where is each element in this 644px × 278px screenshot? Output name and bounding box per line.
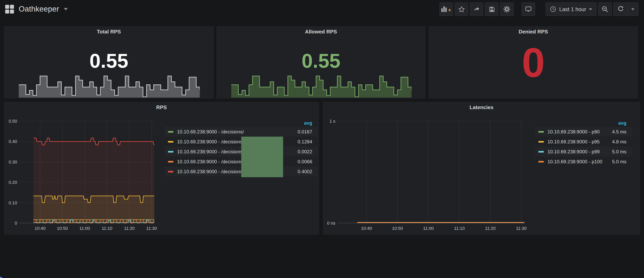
allowed-rps-value: 0.55 [217, 51, 425, 71]
series-label[interactable]: 10.10.69.238:9000 - p100 [548, 159, 612, 164]
svg-text:11:30: 11:30 [516, 226, 526, 231]
rps-legend-avg-header[interactable]: avg [165, 119, 318, 127]
denied-rps-value: 0 [429, 42, 638, 83]
series-color-dash [168, 131, 174, 132]
cycle-view-mode-button[interactable] [522, 2, 535, 16]
series-color-dash [538, 161, 544, 162]
series-label[interactable]: 10.10.69.238:9000 - p90 [548, 129, 612, 134]
svg-text:11:30: 11:30 [146, 226, 157, 231]
allowed-rps-sparkline [231, 73, 412, 98]
series-color-dash [538, 151, 544, 152]
refresh-icon [617, 5, 624, 13]
svg-text:0.40: 0.40 [8, 139, 17, 144]
top-navbar: Oathkeeper + [0, 0, 644, 18]
svg-text:0: 0 [15, 221, 17, 226]
svg-text:10:50: 10:50 [57, 226, 68, 231]
dashboard-title[interactable]: Oathkeeper [19, 5, 59, 13]
svg-text:11:20: 11:20 [124, 226, 134, 231]
series-color-dash [538, 131, 544, 132]
svg-text:11:10: 11:10 [454, 226, 464, 231]
green-overlay-artifact [241, 137, 283, 177]
add-panel-icon: + [442, 6, 451, 12]
monitor-icon [525, 5, 532, 13]
series-color-dash [538, 141, 544, 142]
star-icon [458, 6, 465, 12]
panel-title-total-rps[interactable]: Total RPS [4, 29, 213, 35]
panel-title-denied-rps[interactable]: Denied RPS [429, 29, 638, 35]
refresh-dashboard-button[interactable] [614, 3, 627, 15]
series-avg-value: 0.4002 [298, 169, 312, 174]
series-color-dash [168, 171, 174, 172]
time-range-picker[interactable]: Last 1 hour [546, 2, 596, 16]
refresh-split-button [613, 2, 638, 16]
dashboard-title-caret-icon[interactable] [64, 8, 68, 10]
svg-text:11:20: 11:20 [485, 226, 496, 231]
panel-latencies: Latencies 0 ns1 s10:4010:5011:0011:1011:… [323, 102, 640, 235]
svg-text:11:10: 11:10 [102, 226, 112, 231]
total-rps-sparkline [19, 73, 200, 98]
save-icon [488, 6, 495, 12]
latencies-legend: avg 10.10.69.238:9000 - p90 4.5 ms 10.10… [535, 119, 632, 167]
navbar-right: + Last 1 hour [438, 2, 644, 16]
svg-text:0.50: 0.50 [8, 119, 17, 124]
panel-title-allowed-rps[interactable]: Allowed RPS [217, 29, 425, 35]
svg-text:0 ns: 0 ns [327, 221, 335, 226]
total-rps-value: 0.55 [4, 51, 213, 71]
svg-text:11:00: 11:00 [79, 226, 90, 231]
series-avg-value: 0.0066 [298, 159, 312, 164]
navbar-left: Oathkeeper [0, 5, 68, 13]
series-avg-value: 0.0022 [298, 149, 312, 154]
latencies-legend-avg-header[interactable]: avg [535, 119, 632, 127]
svg-text:0.30: 0.30 [8, 160, 17, 165]
add-panel-button[interactable]: + [440, 2, 453, 16]
refresh-caret-icon [631, 8, 634, 10]
gear-icon [504, 5, 510, 13]
series-color-dash [168, 141, 174, 142]
svg-text:11:00: 11:00 [423, 226, 434, 231]
svg-text:10:50: 10:50 [392, 226, 403, 231]
series-label[interactable]: 10.10.69.238:9000 - /decisions/ [177, 129, 298, 134]
series-avg-value: 5.0 ms [612, 149, 626, 154]
svg-text:10:40: 10:40 [361, 226, 372, 231]
legend-row: 10.10.69.238:9000 - /decisions/ 0.0167 [165, 127, 318, 137]
save-dashboard-button[interactable] [485, 2, 499, 16]
series-label[interactable]: 10.10.69.238:9000 - p99 [548, 149, 612, 154]
grafana-dashboard: Oathkeeper + [0, 0, 644, 278]
star-dashboard-button[interactable] [455, 2, 468, 16]
legend-row: 10.10.69.238:9000 - p99 5.0 ms [535, 147, 632, 157]
legend-row: 10.10.69.238:9000 - p95 4.8 ms [535, 137, 632, 147]
svg-text:10:40: 10:40 [34, 226, 46, 231]
bottom-left-blue-sliver [0, 277, 2, 278]
legend-row: 10.10.69.238:9000 - p90 4.5 ms [535, 127, 632, 137]
panel-denied-rps: Denied RPS 0 [429, 26, 638, 98]
zoom-out-time-button[interactable] [598, 2, 612, 16]
time-range-label: Last 1 hour [559, 6, 586, 12]
share-icon [473, 6, 480, 12]
refresh-interval-dropdown[interactable] [628, 3, 638, 15]
svg-text:0.20: 0.20 [8, 180, 17, 185]
legend-row: 10.10.69.238:9000 - p100 5.0 ms [535, 157, 632, 167]
panel-rps: RPS 00.100.200.300.400.5010:4010:5011:00… [4, 102, 319, 235]
series-avg-value: 5.0 ms [612, 159, 626, 164]
series-avg-value: 0.0167 [298, 129, 312, 134]
series-avg-value: 4.8 ms [612, 139, 626, 144]
dashboards-grid-icon[interactable] [5, 5, 14, 13]
share-dashboard-button[interactable] [470, 2, 484, 16]
panel-total-rps: Total RPS 0.55 [4, 26, 214, 98]
panel-allowed-rps: Allowed RPS 0.55 [216, 26, 426, 98]
clock-icon [550, 6, 556, 12]
series-color-dash [168, 161, 174, 162]
series-color-dash [168, 151, 174, 152]
svg-text:1 s: 1 s [330, 119, 335, 124]
zoom-out-icon [601, 5, 608, 13]
time-range-caret-icon [589, 8, 592, 10]
svg-text:0.10: 0.10 [8, 200, 17, 205]
series-label[interactable]: 10.10.69.238:9000 - p95 [548, 139, 612, 144]
series-avg-value: 4.5 ms [612, 129, 626, 134]
series-avg-value: 0.1284 [298, 139, 312, 144]
dashboard-settings-button[interactable] [500, 2, 514, 16]
